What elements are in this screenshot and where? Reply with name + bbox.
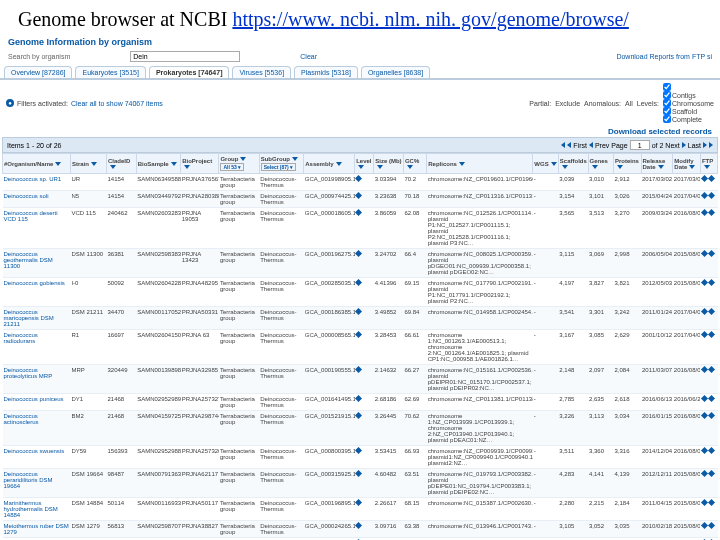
organism-cell[interactable]: Deinococcus gobiensis <box>3 278 71 307</box>
organism-cell[interactable]: Deinococcus soli <box>3 191 71 208</box>
ftp-download-icon[interactable] <box>708 522 715 529</box>
organism-cell[interactable]: Deinococcus radiodurans <box>3 330 71 365</box>
table-row[interactable]: Deinococcus sp. UR1UR14154SAMN06349588PR… <box>3 174 718 191</box>
last-link[interactable]: Last <box>688 142 701 149</box>
ftp-download-icon[interactable] <box>708 447 715 454</box>
organism-cell[interactable]: Deinococcus geothermalis DSM 11300 <box>3 249 71 278</box>
table-row[interactable]: Deinococcus peraridilitoris DSM 19664DSM… <box>3 469 718 498</box>
table-row[interactable]: Meiothermus ruber DSM 1279DSM 127956813S… <box>3 521 718 538</box>
col-header[interactable]: Proteins <box>613 154 641 174</box>
col-header[interactable]: SubGroupSelect (87) ▾ <box>259 154 304 174</box>
organism-cell[interactable]: Deinococcus sp. UR1 <box>3 174 71 191</box>
organism-cell[interactable]: Deinococcus puniceus <box>3 394 71 411</box>
prev-icon[interactable] <box>589 142 593 148</box>
first-icon2[interactable] <box>567 142 571 148</box>
level-icon <box>355 447 362 454</box>
page-input[interactable] <box>630 140 650 150</box>
col-header[interactable]: WGS <box>533 154 558 174</box>
organism-cell[interactable]: Deinococcus peraridilitoris DSM 19664 <box>3 469 71 498</box>
ftp-download-icon[interactable] <box>708 470 715 477</box>
level-icon <box>355 279 362 286</box>
ftp-download-icon[interactable] <box>708 209 715 216</box>
ftp-download-icon[interactable] <box>708 308 715 315</box>
clear-all-link[interactable]: Clear all to show 74067 items <box>71 100 163 107</box>
level-checkbox[interactable] <box>663 115 671 123</box>
level-checkbox[interactable] <box>663 91 671 99</box>
table-row[interactable]: Marinithermus hydrothermalis DSM 14884DS… <box>3 498 718 521</box>
table-row[interactable]: Deinococcus deserti VCD 115VCD 115240462… <box>3 208 718 249</box>
next-link[interactable]: Next <box>665 142 679 149</box>
prev-link[interactable]: Prev <box>595 142 609 149</box>
col-header[interactable]: Scaffolds <box>558 154 588 174</box>
ftp-download-icon[interactable] <box>708 395 715 402</box>
ftp-download-icon[interactable] <box>708 499 715 506</box>
ftp-download-icon[interactable] <box>708 250 715 257</box>
last-icon2[interactable] <box>709 142 713 148</box>
level-checkbox[interactable] <box>663 83 671 91</box>
clear-link[interactable]: Clear <box>300 53 317 60</box>
levels-label: Levels: <box>637 100 659 107</box>
page-of: of 2 <box>652 142 664 149</box>
organism-cell[interactable]: Deinococcus deserti VCD 115 <box>3 208 71 249</box>
download-selected-link[interactable]: Download selected records <box>0 126 720 137</box>
table-row[interactable]: Deinococcus gobiensisI-050092SAMN0260422… <box>3 278 718 307</box>
table-row[interactable]: Deinococcus geothermalis DSM 11300DSM 11… <box>3 249 718 278</box>
col-header[interactable]: BioSample <box>136 154 181 174</box>
tab[interactable]: Eukaryotes [3515] <box>75 66 145 78</box>
last-icon[interactable] <box>703 142 707 148</box>
slide-url-link[interactable]: https://www. ncbi. nlm. nih. gov/genome/… <box>232 8 628 30</box>
tab[interactable]: Organelles [8638] <box>361 66 430 78</box>
slide-title: Genome browser at NCBI https://www. ncbi… <box>0 0 720 35</box>
table-row[interactable]: Deinococcus radioduransR116697SAMN026041… <box>3 330 718 365</box>
level-checkbox[interactable] <box>663 99 671 107</box>
partial-label: Partial: <box>529 100 551 107</box>
col-header[interactable]: Strain <box>70 154 106 174</box>
col-header[interactable]: GroupAll 53 ▾ <box>219 154 259 174</box>
col-header[interactable]: Genes <box>588 154 613 174</box>
next-icon[interactable] <box>682 142 686 148</box>
organism-cell[interactable]: Marinithermus hydrothermalis DSM 14884 <box>3 498 71 521</box>
first-icon[interactable] <box>561 142 565 148</box>
table-body: Deinococcus sp. UR1UR14154SAMN06349588PR… <box>3 174 718 541</box>
col-header[interactable]: Level <box>355 154 374 174</box>
organism-cell[interactable]: Deinococcus swuensis <box>3 446 71 469</box>
organism-cell[interactable]: Deinococcus actinosclerus <box>3 411 71 446</box>
filters-activated-label: Filters activated: <box>17 100 68 107</box>
col-header[interactable]: Size (Mb) <box>374 154 404 174</box>
tab[interactable]: Prokaryotes [74647] <box>149 66 230 78</box>
level-icon <box>355 366 362 373</box>
first-link[interactable]: First <box>573 142 587 149</box>
table-row[interactable]: Deinococcus actinosclerusBM221468SAMN041… <box>3 411 718 446</box>
organism-cell[interactable]: Deinococcus proteolyticus MRP <box>3 365 71 394</box>
col-header[interactable]: CladeID <box>106 154 136 174</box>
page-label: Page <box>611 142 627 149</box>
level-checkbox[interactable] <box>663 107 671 115</box>
col-header[interactable]: FTP <box>700 154 717 174</box>
col-header[interactable]: Release Date <box>641 154 673 174</box>
table-row[interactable]: Deinococcus soliN514154SAMN03449792PRJNA… <box>3 191 718 208</box>
ftp-download-icon[interactable] <box>708 366 715 373</box>
tab[interactable]: Plasmids [5318] <box>294 66 358 78</box>
ftp-download-icon[interactable] <box>708 279 715 286</box>
tab[interactable]: Viruses [5536] <box>232 66 291 78</box>
tab[interactable]: Overview [87286] <box>4 66 72 78</box>
col-header[interactable]: Assembly <box>304 154 355 174</box>
col-header[interactable]: #Organism/Name <box>3 154 71 174</box>
organism-cell[interactable]: Deinococcus maricopensis DSM 21211 <box>3 307 71 330</box>
ftp-download-icon[interactable] <box>708 175 715 182</box>
table-row[interactable]: Deinococcus puniceusDY121468SAMN02952989… <box>3 394 718 411</box>
table-row[interactable]: Deinococcus proteolyticus MRPMRP320449SA… <box>3 365 718 394</box>
table-row[interactable]: Deinococcus swuensisDY59156393SAMN029529… <box>3 446 718 469</box>
col-header[interactable]: GC% <box>403 154 426 174</box>
ftp-download-icon[interactable] <box>708 331 715 338</box>
table-row[interactable]: Deinococcus maricopensis DSM 21211DSM 21… <box>3 307 718 330</box>
col-header[interactable]: BioProject <box>181 154 219 174</box>
ftp-download-icon[interactable] <box>708 192 715 199</box>
level-icon <box>355 331 362 338</box>
col-header[interactable]: Replicons <box>427 154 533 174</box>
search-input[interactable] <box>130 51 240 62</box>
organism-cell[interactable]: Meiothermus ruber DSM 1279 <box>3 521 71 538</box>
ftp-download-icon[interactable] <box>708 412 715 419</box>
col-header[interactable]: Modify Date <box>673 154 701 174</box>
download-ftp-link[interactable]: Download Reports from FTP si <box>616 53 712 60</box>
